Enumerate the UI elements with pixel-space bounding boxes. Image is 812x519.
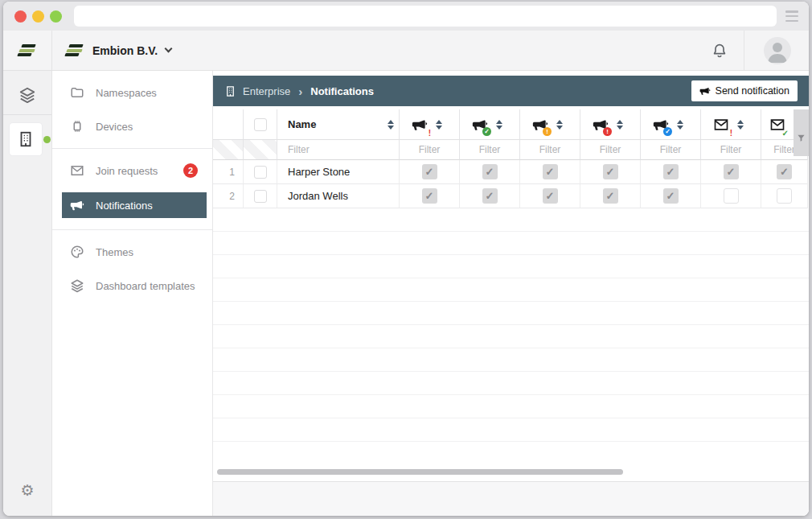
- notifications-bell-button[interactable]: [695, 42, 744, 60]
- person-icon: [764, 37, 791, 64]
- sort-icon[interactable]: [496, 120, 502, 130]
- sidebar-item-label: Join requests: [96, 165, 158, 177]
- embion-logo-icon: [18, 44, 37, 56]
- column-label: Name: [288, 118, 381, 130]
- column-filter-input[interactable]: [460, 144, 519, 155]
- notification-checkbox[interactable]: ✓: [603, 188, 618, 204]
- megaphone-icon: [699, 85, 711, 97]
- notification-checkbox[interactable]: ✓: [603, 164, 618, 179]
- megaphone-icon: [70, 198, 84, 212]
- notification-checkbox[interactable]: ✓: [543, 164, 558, 179]
- sidebar-divider: [52, 229, 212, 230]
- column-header-megaphone-red-exclaim[interactable]: !: [580, 109, 641, 140]
- close-window-button[interactable]: [14, 10, 27, 23]
- notification-checkbox[interactable]: ✓: [482, 164, 498, 179]
- sidebar-item-label: Notifications: [96, 200, 153, 212]
- rail-item-enterprise-selected[interactable]: [10, 123, 42, 155]
- url-bar[interactable]: [74, 6, 777, 27]
- org-switcher[interactable]: Embion B.V.: [65, 44, 171, 57]
- notification-checkbox[interactable]: ✓: [422, 164, 437, 179]
- envelope-icon: !: [713, 117, 729, 133]
- name-cell: Jordan Wells: [277, 184, 400, 208]
- sort-icon[interactable]: [677, 120, 683, 130]
- settings-button[interactable]: ⚙: [3, 481, 51, 500]
- name-column-header[interactable]: Name: [277, 109, 400, 140]
- rail-item-dashboards[interactable]: [3, 80, 51, 109]
- notification-checkbox[interactable]: ✓: [724, 164, 739, 179]
- notification-checkbox[interactable]: ✓: [663, 164, 679, 179]
- column-header-envelope-red-mark[interactable]: !: [701, 109, 761, 140]
- send-notification-label: Send notification: [716, 85, 789, 97]
- notification-checkbox[interactable]: ✓: [663, 188, 679, 204]
- avatar[interactable]: [764, 37, 791, 64]
- red-mark-badge: !: [429, 129, 431, 138]
- browser-window: Embion B.V. ⚙: [3, 2, 809, 516]
- sidebar-item-devices[interactable]: Devices: [52, 109, 212, 143]
- notification-checkbox[interactable]: ✓: [422, 188, 437, 204]
- rail-logo: [3, 31, 52, 70]
- sidebar-item-join-requests[interactable]: Join requests 2: [52, 154, 212, 187]
- bell-icon: [711, 42, 728, 60]
- sidebar-item-notifications[interactable]: Notifications: [62, 192, 207, 218]
- sidebar-item-namespaces[interactable]: Namespaces: [52, 76, 212, 109]
- sort-icon[interactable]: [737, 120, 744, 130]
- org-name: Embion B.V.: [92, 44, 158, 57]
- building-icon: [17, 130, 35, 148]
- sidebar-item-label: Dashboard templates: [96, 280, 195, 292]
- sidebar-item-label: Devices: [96, 121, 133, 133]
- sort-icon[interactable]: [556, 120, 563, 130]
- palette-icon: [70, 245, 84, 259]
- horizontal-scrollbar-thumb[interactable]: [217, 469, 623, 475]
- envelope-icon: ✓: [769, 117, 785, 133]
- browser-menu-icon[interactable]: [785, 10, 798, 22]
- name-filter-input[interactable]: [277, 144, 399, 155]
- layers-icon: [18, 86, 36, 104]
- header-divider: [744, 31, 744, 70]
- send-notification-button[interactable]: Send notification: [691, 80, 798, 101]
- blue-check-badge: ✓: [663, 127, 672, 136]
- select-all-checkbox[interactable]: [254, 118, 267, 131]
- notification-checkbox[interactable]: ✓: [777, 164, 792, 179]
- notification-checkbox[interactable]: ✓: [543, 188, 558, 204]
- green-mark-badge: ✓: [782, 129, 789, 138]
- funnel-icon: [797, 134, 806, 142]
- table-filter-row: [213, 140, 809, 160]
- sidebar-item-dashboard-templates[interactable]: Dashboard templates: [52, 269, 212, 303]
- sort-icon[interactable]: [388, 120, 394, 130]
- empty-rows-area: [213, 208, 809, 463]
- column-header-megaphone-blue-check[interactable]: ✓: [641, 109, 701, 140]
- maximize-window-button[interactable]: [50, 10, 62, 23]
- sidebar-item-themes[interactable]: Themes: [52, 235, 212, 269]
- horizontal-scrollbar: [213, 463, 809, 482]
- sort-icon[interactable]: [436, 120, 442, 130]
- column-filter-input[interactable]: [520, 144, 580, 155]
- column-filter-input[interactable]: [641, 144, 700, 155]
- table-row[interactable]: 2 Jordan Wells ✓ ✓ ✓ ✓ ✓: [213, 184, 809, 208]
- notification-checkbox[interactable]: [724, 188, 739, 204]
- notification-checkbox[interactable]: [777, 188, 792, 204]
- rail-divider: [3, 114, 51, 115]
- column-filter-input[interactable]: [701, 144, 761, 155]
- breadcrumb-root[interactable]: Enterprise: [243, 85, 290, 97]
- layers-icon: [70, 278, 84, 293]
- notification-checkbox[interactable]: ✓: [482, 188, 498, 204]
- row-select-checkbox[interactable]: [254, 166, 267, 179]
- content-footer: [213, 482, 809, 516]
- filter-cell-blank: [244, 140, 277, 160]
- column-filter-input[interactable]: [400, 144, 459, 155]
- minimize-window-button[interactable]: [32, 10, 44, 23]
- online-status-dot: [43, 136, 51, 143]
- chip-icon: [70, 119, 84, 134]
- breadcrumb-separator-icon: ›: [297, 84, 304, 98]
- column-filter-input[interactable]: [580, 144, 640, 155]
- table-row[interactable]: 1 Harper Stone ✓ ✓ ✓ ✓ ✓ ✓ ✓: [213, 160, 809, 184]
- content-area: Enterprise › Notifications Send notifica…: [213, 71, 809, 516]
- column-header-megaphone-orange-exclaim[interactable]: !: [520, 109, 580, 140]
- column-header-megaphone-red-mark[interactable]: !: [400, 109, 460, 140]
- row-select-checkbox[interactable]: [254, 190, 267, 203]
- sidebar-item-label: Themes: [96, 246, 133, 258]
- sort-icon[interactable]: [617, 120, 623, 130]
- icon-rail: ⚙: [3, 71, 52, 516]
- column-header-megaphone-green-check[interactable]: ✓: [460, 109, 520, 140]
- column-filter-strip[interactable]: [794, 109, 809, 156]
